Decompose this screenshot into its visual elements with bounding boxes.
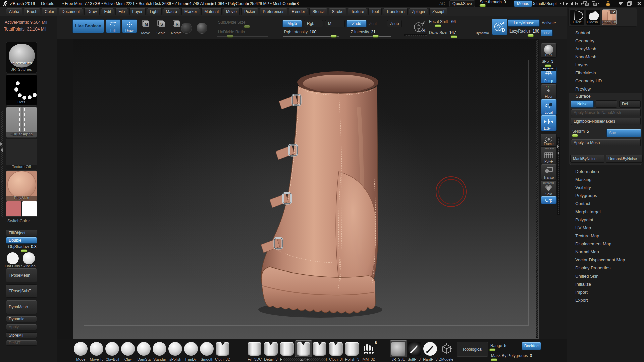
menu-movie[interactable]: Movie bbox=[223, 8, 240, 15]
menu-stroke[interactable]: Stroke bbox=[329, 8, 346, 15]
dock-thumb-phan[interactable]: 12Phan_Da bbox=[602, 9, 617, 25]
shelf-floor-button[interactable]: xyzFloor bbox=[541, 84, 557, 99]
activate-symmetry-button[interactable]: >X< bbox=[541, 29, 553, 36]
menu-brush[interactable]: Brush bbox=[24, 8, 40, 15]
dock-section-polygroups[interactable]: Polygroups bbox=[567, 192, 644, 200]
details-button[interactable]: Details bbox=[41, 1, 54, 6]
thumb-polyskin[interactable]: PolySkin bbox=[6, 170, 37, 201]
spix-slider[interactable]: SPix3 bbox=[541, 59, 556, 67]
menu-render[interactable]: Render bbox=[289, 8, 308, 15]
dock-section-contact[interactable]: Contact bbox=[567, 200, 644, 208]
dock-section-preview[interactable]: Preview bbox=[567, 85, 644, 93]
dock-section-vector-displacement-map[interactable]: Vector Displacement Map bbox=[567, 256, 644, 264]
scroll-down-arrow[interactable] bbox=[306, 359, 309, 361]
shelf-transp-button[interactable]: Transp bbox=[541, 164, 557, 180]
dynamic-draw-size-button[interactable]: D bbox=[492, 19, 507, 35]
menu-edit[interactable]: Edit bbox=[101, 8, 114, 15]
brush-hardp-3[interactable]: HardP_3 bbox=[423, 341, 438, 361]
shelf-solo-button[interactable]: DynamicSolo bbox=[541, 181, 557, 197]
menu-stencil[interactable]: Stencil bbox=[309, 8, 327, 15]
thumb-dots[interactable]: Dots bbox=[6, 74, 37, 106]
dock-section-layers[interactable]: Layers bbox=[567, 61, 644, 69]
brush-cloth-3d[interactable]: Cloth_3D bbox=[215, 341, 230, 361]
quicksave-button[interactable]: QuickSave bbox=[449, 0, 475, 7]
brush-jr-stitc[interactable]: JR_Stitc bbox=[391, 341, 406, 361]
see-through-slider[interactable]: See-through0 bbox=[479, 0, 510, 7]
dock-section-displacement-map[interactable]: Displacement Map bbox=[567, 240, 644, 248]
move-button[interactable]: M Move bbox=[138, 20, 153, 35]
activate-label[interactable]: Activate bbox=[542, 21, 556, 25]
lazyradius-slider[interactable]: LazyRadius100 bbox=[509, 29, 539, 37]
shelf-bpr-button[interactable]: BPR bbox=[541, 43, 557, 58]
menu-texture[interactable]: Texture bbox=[348, 8, 367, 15]
dock-section-morph-target[interactable]: Morph Target bbox=[567, 208, 644, 216]
surface-title[interactable]: Surface bbox=[576, 94, 591, 99]
brush-move[interactable]: Move bbox=[73, 341, 89, 361]
menu-material[interactable]: Material bbox=[201, 8, 222, 15]
brush-softp-3l[interactable]: SoftP_3l bbox=[407, 341, 422, 361]
restore-icon[interactable] bbox=[627, 1, 632, 6]
zadd-button[interactable]: Zadd bbox=[346, 20, 367, 27]
dock-section-normal-map[interactable]: Normal Map bbox=[567, 248, 644, 256]
menu-draw[interactable]: Draw bbox=[84, 8, 100, 15]
left-button-tpose-subt[interactable]: TPose|SubT bbox=[6, 284, 37, 298]
suv-button[interactable]: Suv bbox=[606, 129, 641, 137]
menu-tool[interactable]: Tool bbox=[368, 8, 382, 15]
secondary-color-swatch[interactable] bbox=[22, 201, 37, 217]
brush-imm-3d[interactable]: 8IMM_3D bbox=[361, 341, 376, 361]
noise-button[interactable]: Noise bbox=[571, 100, 594, 108]
snorm-slider[interactable]: SNorm5 bbox=[572, 129, 605, 137]
menu-color[interactable]: Color bbox=[42, 8, 57, 15]
shelf-right-scrollbar[interactable] bbox=[557, 137, 560, 215]
dock-section-masking[interactable]: Masking bbox=[567, 176, 644, 184]
dock-thumb-circle[interactable]: Circle bbox=[570, 9, 585, 25]
divider-right-icon[interactable] bbox=[569, 2, 578, 6]
dock-section-uv-map[interactable]: UV Map bbox=[567, 224, 644, 232]
dock-section-unified-skin[interactable]: Unified Skin bbox=[567, 272, 644, 280]
shelf-l-sym-button[interactable]: L.Sym bbox=[541, 115, 557, 131]
shelf-local-button[interactable]: Local bbox=[541, 99, 557, 115]
shelf-frame-button[interactable]: Frame bbox=[541, 134, 557, 146]
left-edge-scrollbar[interactable] bbox=[1, 111, 3, 217]
rgb-button[interactable]: Rgb bbox=[304, 20, 323, 27]
focal-shift-slider[interactable]: Focal Shift-66 bbox=[428, 19, 489, 27]
menu-document[interactable]: Document bbox=[59, 8, 83, 15]
mask-by-polygroups-slider[interactable]: Mask By Polygroups0 bbox=[490, 353, 541, 361]
mask-by-noise-button[interactable]: MaskByNoise bbox=[570, 155, 604, 163]
dock-section-visibility[interactable]: Visibility bbox=[567, 184, 644, 192]
close-icon[interactable] bbox=[637, 1, 641, 6]
dock-section-fibermesh[interactable]: FiberMesh bbox=[567, 69, 644, 77]
menu-layer[interactable]: Layer bbox=[129, 8, 146, 15]
tray-scrollbar[interactable] bbox=[282, 358, 326, 361]
brush-zmodele[interactable]: ZModele bbox=[439, 341, 454, 361]
shelf-persp-button[interactable]: DynamicPersp bbox=[541, 67, 557, 83]
brush-clay[interactable]: Clay bbox=[120, 341, 136, 361]
brush-spolish[interactable]: sPolish bbox=[168, 341, 183, 361]
menu-zscript[interactable]: Zscript bbox=[429, 8, 447, 15]
thumb-textureoff[interactable]: Texture Off bbox=[6, 139, 37, 170]
apply-to-mesh-button[interactable]: Apply To Mesh bbox=[571, 139, 641, 146]
menus-button[interactable]: Menus bbox=[514, 0, 532, 7]
mrgb-button[interactable]: Mrgb bbox=[282, 20, 302, 27]
dock-section-display-properties[interactable]: Display Properties bbox=[567, 264, 644, 272]
noise-del-button[interactable]: Del bbox=[619, 100, 641, 108]
draw-button[interactable]: Draw bbox=[122, 19, 137, 33]
left-button-double[interactable]: Double bbox=[6, 237, 37, 244]
switch-color-label[interactable]: SwitchColor bbox=[7, 219, 30, 223]
zsub-button[interactable]: Zsub bbox=[387, 20, 402, 27]
left-button-dynamesh[interactable]: DynaMesh bbox=[6, 300, 37, 314]
minimize-icon[interactable] bbox=[618, 2, 623, 6]
divider-left-icon[interactable] bbox=[559, 2, 568, 6]
scale-button[interactable]: S Scale bbox=[154, 20, 168, 35]
edit-button[interactable]: Edit bbox=[106, 19, 121, 33]
brush-detail-3[interactable]: Detail_3 bbox=[263, 341, 279, 361]
scroll-up-arrow[interactable] bbox=[300, 359, 303, 361]
skin-shade-orb[interactable] bbox=[23, 252, 35, 264]
lazymouse-button[interactable]: LazyMouse bbox=[508, 19, 540, 27]
dock-section-import[interactable]: Import bbox=[567, 288, 644, 296]
dock-section-subtool[interactable]: Subtool bbox=[567, 29, 644, 37]
canvas-right-scrollbar[interactable] bbox=[536, 39, 538, 338]
range-slider[interactable]: Range5 bbox=[490, 343, 519, 351]
brush-claybuil[interactable]: ClayBuil bbox=[105, 341, 120, 361]
brush-smooth[interactable]: Smooth bbox=[199, 341, 215, 361]
